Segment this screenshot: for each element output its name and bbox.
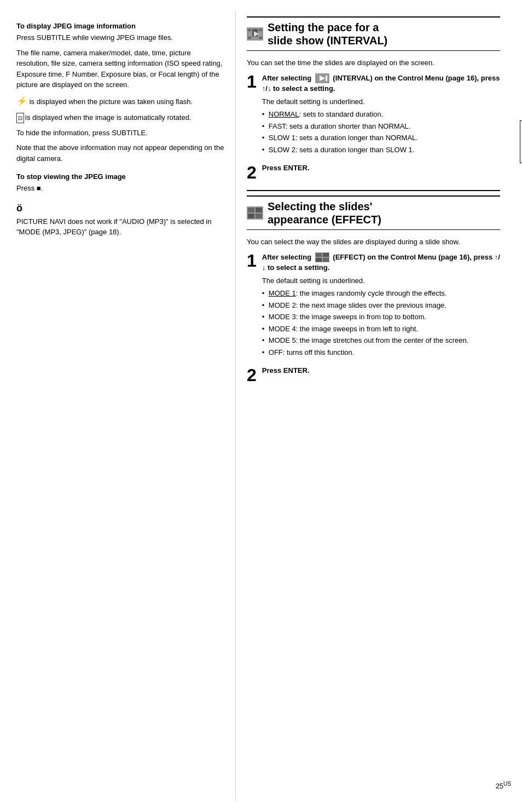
effect-item-off: OFF: turns off this function.	[262, 347, 500, 358]
interval-step1: 1 After selecting	[247, 73, 500, 158]
effect-step2-number: 2	[247, 366, 257, 384]
svg-rect-1	[248, 29, 251, 31]
note-section: ö PICTURE NAVI does not work if "AUDIO (…	[16, 203, 224, 238]
effect-item-mode5: MODE 5: the image stretches out from the…	[262, 335, 500, 346]
svg-rect-14	[256, 214, 262, 218]
interval-section-icon	[247, 27, 263, 41]
camera-note-text: Note that the above information may not …	[16, 142, 224, 164]
interval-bullet-list: NORMAL: sets to standard duration. FAST:…	[262, 109, 500, 155]
interval-title: Setting the pace for a slide show (INTER…	[268, 21, 387, 47]
effect-step1: 1 After selecting	[247, 252, 500, 360]
svg-rect-4	[248, 37, 251, 39]
jpeg-info-para1: Press SUBTITLE while viewing JPEG image …	[16, 32, 224, 43]
interval-intro: You can set the time the slides are disp…	[247, 57, 500, 68]
effect-step1-default: The default setting is underlined.	[262, 275, 500, 286]
interval-step2-content: Press ENTER.	[262, 164, 500, 172]
stop-viewing-section: To stop viewing the JPEG image Press ■.	[16, 172, 224, 194]
effect-step2-content: Press ENTER.	[262, 366, 500, 375]
interval-item-slow2: SLOW 2: sets a duration longer than SLOW…	[262, 145, 500, 156]
effect-step1-number: 1	[247, 252, 257, 269]
effect-item-mode1: MODE 1: the images randomly cycle throug…	[262, 288, 500, 299]
interval-title-bar: Setting the pace for a slide show (INTER…	[247, 16, 500, 51]
jpeg-info-section: To display JPEG image information Press …	[16, 22, 224, 164]
interval-step2-number: 2	[247, 164, 257, 181]
effect-bullet-list: MODE 1: the images randomly cycle throug…	[262, 288, 500, 358]
svg-rect-3	[259, 29, 262, 31]
interval-item-normal: NORMAL: sets to standard duration.	[262, 109, 500, 120]
effect-item-mode3: MODE 3: the image sweeps in from top to …	[262, 312, 500, 323]
svg-rect-5	[259, 37, 262, 39]
effect-item-mode4: MODE 4: the image sweeps in from left to…	[262, 324, 500, 335]
section-divider	[247, 190, 500, 191]
effect-intro: You can select the way the slides are di…	[247, 237, 500, 247]
jpeg-info-para2: The file name, camera maker/model, date,…	[16, 48, 224, 90]
effect-step1-content: After selecting	[262, 252, 500, 360]
effect-title-bar: Selecting the slides' appearance (EFFECT…	[247, 195, 500, 230]
effect-step1-title: After selecting	[262, 252, 500, 273]
svg-rect-19	[323, 253, 329, 257]
note-text: PICTURE NAVI does not work if "AUDIO (MP…	[16, 216, 224, 238]
playback-side-tab: Playback	[520, 120, 522, 163]
interval-step1-default: The default setting is underlined.	[262, 96, 500, 107]
flash-note: ⚡ is displayed when the picture was take…	[16, 95, 224, 108]
effect-section-icon	[247, 206, 263, 220]
interval-item-fast: FAST: sets a duration shorter than NORMA…	[262, 121, 500, 132]
svg-rect-13	[248, 214, 254, 218]
effect-item-mode2: MODE 2: the next image slides over the p…	[262, 300, 500, 311]
rotate-note: ⊡is displayed when the image is automati…	[16, 112, 224, 123]
flash-icon: ⚡	[16, 96, 27, 106]
svg-rect-11	[248, 208, 254, 212]
interval-step1-title: After selecting (INTERVAL) on the Contro…	[262, 73, 500, 94]
svg-rect-18	[316, 253, 322, 257]
interval-step1-content: After selecting (INTERVAL) on the Contro…	[262, 73, 500, 158]
interval-step2: 2 Press ENTER.	[247, 164, 500, 181]
effect-icon	[315, 252, 329, 262]
jpeg-info-heading: To display JPEG image information	[16, 22, 224, 30]
right-column: Setting the pace for a slide show (INTER…	[235, 11, 522, 801]
page-number: 25US	[496, 781, 511, 790]
effect-title: Selecting the slides' appearance (EFFECT…	[268, 200, 381, 226]
stop-viewing-heading: To stop viewing the JPEG image	[16, 172, 224, 181]
svg-rect-21	[323, 258, 329, 262]
note-icon: ö	[16, 203, 224, 214]
svg-rect-12	[256, 208, 262, 212]
effect-press-enter: Press ENTER.	[262, 366, 500, 375]
interval-section: Setting the pace for a slide show (INTER…	[247, 16, 500, 181]
interval-step1-number: 1	[247, 73, 257, 90]
interval-item-slow1: SLOW 1: sets a duration longer than NORM…	[262, 133, 500, 143]
svg-rect-20	[316, 258, 322, 262]
rotate-icon: ⊡	[16, 113, 24, 123]
interval-press-enter: Press ENTER.	[262, 164, 500, 172]
stop-viewing-text: Press ■.	[16, 183, 224, 194]
hide-info-text: To hide the information, press SUBTITLE.	[16, 128, 224, 139]
interval-icon	[315, 73, 329, 83]
effect-step2: 2 Press ENTER.	[247, 366, 500, 384]
svg-rect-9	[326, 76, 327, 81]
effect-section: Selecting the slides' appearance (EFFECT…	[247, 195, 500, 384]
left-column: To display JPEG image information Press …	[0, 11, 235, 801]
